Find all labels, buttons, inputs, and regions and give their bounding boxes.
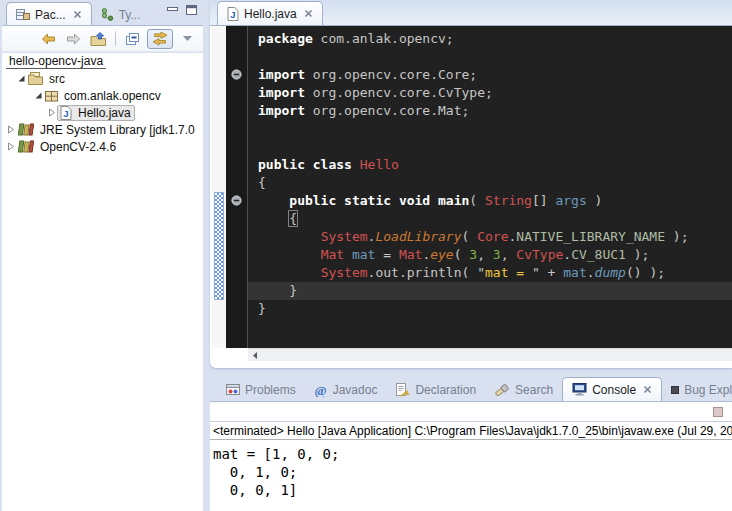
explorer-tab-ty[interactable]: Ty... <box>92 3 150 26</box>
code-line: import org.opencv.core.Mat; <box>248 102 732 120</box>
tree-item-com-anlak-opencv[interactable]: com.anlak.opencv <box>2 87 203 104</box>
editor-tab-band: JHello.java <box>210 0 732 26</box>
svg-text:J: J <box>230 9 235 20</box>
console-output-line: 0, 1, 0; <box>213 463 732 481</box>
view-tab-problems[interactable]: Problems <box>217 378 305 401</box>
tree-item-hello-java[interactable]: JHello.java <box>2 104 203 121</box>
code-line: public static void main( String[] args ) <box>248 192 732 210</box>
collapse-arrow-icon[interactable] <box>33 91 43 100</box>
editor-hscrollbar[interactable] <box>248 348 732 361</box>
link-editor-button[interactable] <box>147 29 173 49</box>
view-tab-javadoc[interactable]: @Javadoc <box>305 378 387 401</box>
package-explorer-panel: Pac...Ty... hello-opencv-javasrccom.anla… <box>2 0 203 511</box>
tree-item-label: src <box>46 72 68 86</box>
java-file-icon: J <box>60 106 72 120</box>
explorer-tab-row: Pac...Ty... <box>6 2 156 26</box>
tree-item-jre-system-library-jdk1-7-0[interactable]: JRE System Library [jdk1.7.0 <box>2 121 203 138</box>
minimize-icon[interactable] <box>167 5 178 15</box>
code-line: { <box>248 210 732 228</box>
code-line-current: } <box>248 282 732 300</box>
annotation-ruler[interactable] <box>212 26 226 348</box>
back-arrow-icon <box>40 32 57 46</box>
code-line: import org.opencv.core.Core; <box>248 66 732 84</box>
tab-label: Pac... <box>35 8 66 22</box>
code-line: Mat mat = Mat.eye( 3, 3, CvType.CV_8UC1 … <box>248 246 732 264</box>
scroll-left-icon[interactable] <box>248 349 262 362</box>
expand-arrow-icon[interactable] <box>6 142 16 151</box>
tree-item-label: hello-opencv-java <box>6 54 106 69</box>
close-icon[interactable] <box>73 10 82 19</box>
maximize-icon[interactable] <box>186 5 197 15</box>
package-explorer-icon <box>16 8 30 21</box>
tree-item-hello-opencv-java[interactable]: hello-opencv-java <box>2 53 203 70</box>
range-indicator <box>214 192 224 300</box>
tab-label: Problems <box>245 383 296 397</box>
project-tree: hello-opencv-javasrccom.anlak.opencvJHel… <box>2 53 203 511</box>
collapse-arrow-icon[interactable] <box>16 74 26 83</box>
editor-area: JHello.java package com.anlak.opencv;imp… <box>210 0 732 368</box>
link-editor-icon <box>151 31 169 46</box>
editor-tab-row: JHello.java <box>210 1 323 25</box>
panel-buttons <box>167 5 197 15</box>
editor-tab-hello-java[interactable]: JHello.java <box>217 1 323 25</box>
tree-item-label: com.anlak.opencv <box>61 89 164 103</box>
tab-label: Javadoc <box>333 383 378 397</box>
tree-item-opencv-2-4-6[interactable]: OpenCV-2.4.6 <box>2 138 203 155</box>
tab-label: Console <box>592 383 636 397</box>
view-tab-bug-explorer[interactable]: Bug Explorer <box>662 378 732 401</box>
problems-icon <box>226 383 240 396</box>
package-folder-icon <box>28 72 43 85</box>
explorer-toolbar <box>2 26 203 52</box>
tree-item-label: Hello.java <box>75 106 134 120</box>
terminate-icon[interactable] <box>713 407 723 417</box>
tab-label: Ty... <box>119 8 141 22</box>
console-output-line: mat = [1, 0, 0; <box>213 445 732 463</box>
svg-text:J: J <box>63 108 68 119</box>
code-line: System.out.println( "mat = " + mat.dump(… <box>248 264 732 282</box>
tree-item-label: OpenCV-2.4.6 <box>37 140 119 154</box>
expand-arrow-icon[interactable] <box>47 108 57 117</box>
close-icon[interactable] <box>643 385 652 394</box>
bug-square-icon <box>671 386 679 394</box>
tree-item-src[interactable]: src <box>2 70 203 87</box>
console-status: <terminated> Hello [Java Application] C:… <box>210 422 732 440</box>
tab-label: Search <box>515 383 553 397</box>
java-file-icon: J <box>227 7 239 21</box>
console-output[interactable]: mat = [1, 0, 0; 0, 1, 0; 0, 0, 1] <box>210 440 732 499</box>
tree-item-label: JRE System Library [jdk1.7.0 <box>37 123 198 137</box>
fold-minus-icon[interactable] <box>231 69 242 80</box>
console-tab-row: Problems@JavadocDeclarationSearchConsole… <box>217 377 732 401</box>
tab-label: Hello.java <box>244 7 297 21</box>
code-line: { <box>248 174 732 192</box>
back-button[interactable] <box>37 29 59 49</box>
console-toolbar-strip <box>210 402 732 422</box>
console-panel: Problems@JavadocDeclarationSearchConsole… <box>210 377 732 511</box>
view-tab-search[interactable]: Search <box>485 378 562 401</box>
library-icon <box>18 123 34 136</box>
code-editor[interactable]: package com.anlak.opencv;import org.open… <box>248 26 732 348</box>
explorer-tab-pac[interactable]: Pac... <box>6 2 92 26</box>
fold-minus-icon[interactable] <box>231 195 242 206</box>
folder-up-icon <box>90 32 107 46</box>
declaration-icon <box>395 383 410 397</box>
code-line <box>248 138 732 156</box>
toolbar-separator <box>115 31 116 46</box>
search-icon <box>494 383 510 397</box>
expand-arrow-icon[interactable] <box>6 125 16 134</box>
fold-gutter[interactable] <box>226 26 248 348</box>
view-tab-declaration[interactable]: Declaration <box>386 378 485 401</box>
tab-label: Bug Explorer <box>684 383 732 397</box>
view-tab-console[interactable]: Console <box>562 377 662 401</box>
forward-button[interactable] <box>62 29 84 49</box>
close-icon[interactable] <box>304 9 313 18</box>
tab-label: Declaration <box>415 383 476 397</box>
view-menu-button[interactable] <box>176 29 198 49</box>
package-icon <box>45 90 58 102</box>
dropdown-arrow-icon <box>182 35 193 42</box>
code-line: package com.anlak.opencv; <box>248 30 732 48</box>
console-icon <box>572 383 587 396</box>
console-output-line: 0, 0, 1] <box>213 481 732 499</box>
up-button[interactable] <box>87 29 109 49</box>
collapse-all-button[interactable] <box>122 29 144 49</box>
code-line: public class Hello <box>248 156 732 174</box>
